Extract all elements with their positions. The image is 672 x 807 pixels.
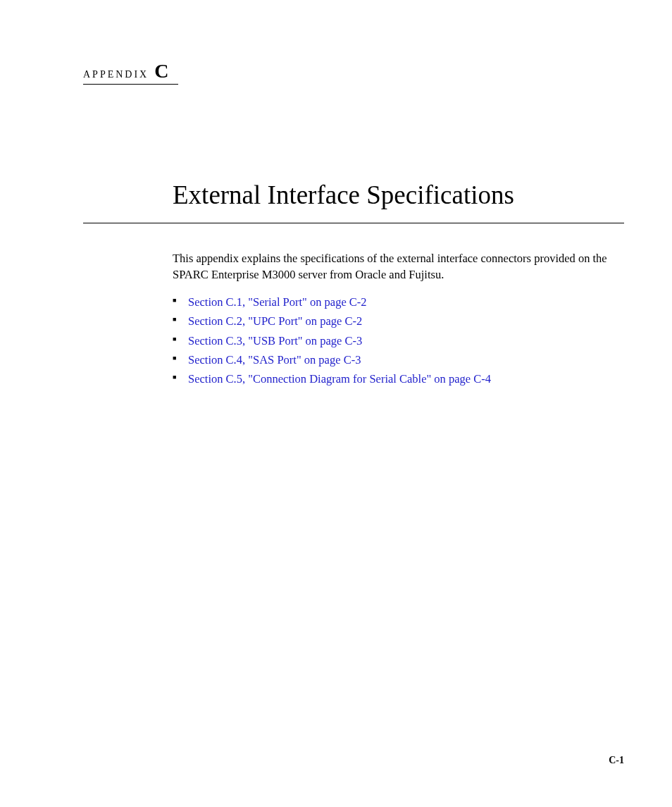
page-title: External Interface Specifications	[173, 180, 624, 210]
page-number: C-1	[609, 755, 624, 766]
list-item: Section C.1, "Serial Port" on page C-2	[173, 292, 624, 312]
section-link[interactable]: Section C.5, "Connection Diagram for Ser…	[188, 372, 491, 386]
list-item: Section C.5, "Connection Diagram for Ser…	[173, 369, 624, 388]
content-area: External Interface Specifications This a…	[173, 180, 624, 388]
section-link[interactable]: Section C.1, "Serial Port" on page C-2	[188, 295, 367, 309]
appendix-label: APPENDIX	[83, 69, 149, 80]
appendix-header: APPENDIX C	[83, 60, 178, 85]
section-link[interactable]: Section C.2, "UPC Port" on page C-2	[188, 314, 362, 328]
section-link-list: Section C.1, "Serial Port" on page C-2 S…	[173, 292, 624, 388]
page-container: APPENDIX C External Interface Specificat…	[0, 0, 672, 807]
appendix-letter: C	[154, 60, 168, 82]
intro-paragraph: This appendix explains the specification…	[173, 250, 624, 283]
list-item: Section C.4, "SAS Port" on page C-3	[173, 350, 624, 369]
list-item: Section C.2, "UPC Port" on page C-2	[173, 312, 624, 331]
section-link[interactable]: Section C.3, "USB Port" on page C-3	[188, 334, 362, 347]
list-item: Section C.3, "USB Port" on page C-3	[173, 331, 624, 350]
section-link[interactable]: Section C.4, "SAS Port" on page C-3	[188, 353, 361, 366]
title-rule	[83, 223, 624, 223]
